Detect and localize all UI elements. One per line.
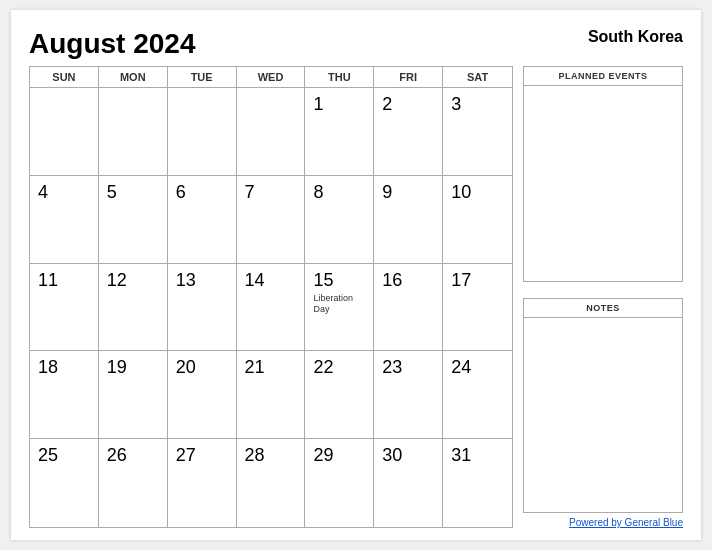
day-headers: SUNMONTUEWEDTHUFRISAT [30,67,512,88]
day-number: 18 [38,357,58,379]
planned-events-content [524,86,682,281]
cal-day-30: 30 [374,439,443,527]
day-number: 3 [451,94,461,116]
day-number: 28 [245,445,265,467]
powered-by-link[interactable]: Powered by General Blue [569,517,683,528]
cal-day-15: 15Liberation Day [305,264,374,352]
day-number: 15 [313,270,333,292]
day-number: 17 [451,270,471,292]
cal-day-12: 12 [99,264,168,352]
day-header-sat: SAT [443,67,512,87]
calendar-grid: SUNMONTUEWEDTHUFRISAT 123456789101112131… [29,66,513,528]
day-number: 10 [451,182,471,204]
cal-day-7: 7 [237,176,306,264]
day-number: 12 [107,270,127,292]
day-header-wed: WED [237,67,306,87]
day-number: 22 [313,357,333,379]
day-number: 5 [107,182,117,204]
day-number: 14 [245,270,265,292]
country-label: South Korea [588,28,683,46]
cal-day-28: 28 [237,439,306,527]
day-number: 25 [38,445,58,467]
day-number: 8 [313,182,323,204]
cal-day-1: 1 [305,88,374,176]
notes-content [524,318,682,513]
day-number: 29 [313,445,333,467]
cal-day-5: 5 [99,176,168,264]
day-number: 2 [382,94,392,116]
cal-day-19: 19 [99,351,168,439]
day-header-tue: TUE [168,67,237,87]
cal-day-8: 8 [305,176,374,264]
planned-events-box: PLANNED EVENTS [523,66,683,282]
cal-day-empty [30,88,99,176]
day-header-mon: MON [99,67,168,87]
cal-day-22: 22 [305,351,374,439]
cal-day-26: 26 [99,439,168,527]
page-title: August 2024 [29,28,196,60]
cal-day-20: 20 [168,351,237,439]
calendar-page: August 2024 South Korea SUNMONTUEWEDTHUF… [11,10,701,540]
sidebar-boxes: PLANNED EVENTS NOTES [523,66,683,513]
cal-day-31: 31 [443,439,512,527]
day-number: 13 [176,270,196,292]
cal-day-25: 25 [30,439,99,527]
day-number: 6 [176,182,186,204]
day-number: 4 [38,182,48,204]
main-area: SUNMONTUEWEDTHUFRISAT 123456789101112131… [29,66,683,528]
day-number: 27 [176,445,196,467]
day-number: 24 [451,357,471,379]
calendar-body: 123456789101112131415Liberation Day16171… [30,88,512,527]
day-number: 16 [382,270,402,292]
day-number: 23 [382,357,402,379]
notes-title: NOTES [524,299,682,318]
cal-day-empty [168,88,237,176]
day-number: 20 [176,357,196,379]
cal-day-3: 3 [443,88,512,176]
day-header-thu: THU [305,67,374,87]
day-number: 11 [38,270,58,292]
cal-day-13: 13 [168,264,237,352]
day-number: 30 [382,445,402,467]
cal-day-17: 17 [443,264,512,352]
cal-day-empty [237,88,306,176]
cal-day-empty [99,88,168,176]
day-header-sun: SUN [30,67,99,87]
day-number: 7 [245,182,255,204]
day-number: 19 [107,357,127,379]
cal-day-24: 24 [443,351,512,439]
cal-day-2: 2 [374,88,443,176]
holiday-label: Liberation Day [313,293,365,315]
planned-events-title: PLANNED EVENTS [524,67,682,86]
sidebar: PLANNED EVENTS NOTES Powered by General … [523,66,683,528]
cal-day-29: 29 [305,439,374,527]
cal-day-6: 6 [168,176,237,264]
day-number: 31 [451,445,471,467]
powered-by: Powered by General Blue [523,517,683,528]
cal-day-27: 27 [168,439,237,527]
cal-day-23: 23 [374,351,443,439]
day-number: 21 [245,357,265,379]
cal-day-21: 21 [237,351,306,439]
day-header-fri: FRI [374,67,443,87]
day-number: 1 [313,94,323,116]
cal-day-9: 9 [374,176,443,264]
cal-day-16: 16 [374,264,443,352]
cal-day-14: 14 [237,264,306,352]
day-number: 9 [382,182,392,204]
cal-day-4: 4 [30,176,99,264]
cal-day-10: 10 [443,176,512,264]
day-number: 26 [107,445,127,467]
header-row: August 2024 South Korea [29,28,683,60]
cal-day-11: 11 [30,264,99,352]
notes-box: NOTES [523,298,683,514]
cal-day-18: 18 [30,351,99,439]
